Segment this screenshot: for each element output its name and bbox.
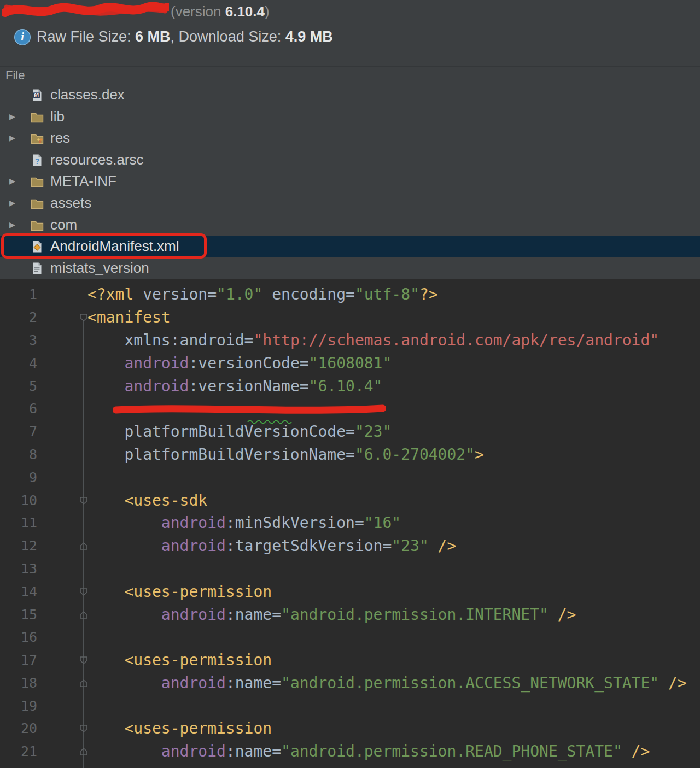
version-suffix: ) [265, 3, 270, 20]
line-number: 14 [0, 581, 37, 603]
code-text: android:targetSdkVersion="23" /> [88, 535, 456, 558]
code-line-1[interactable]: 1<?xml version="1.0" encoding="utf-8"?> [0, 283, 700, 306]
line-number: 20 [0, 717, 37, 740]
expand-arrow-icon[interactable]: ▶ [9, 214, 15, 236]
gutter-fold-column [37, 420, 88, 443]
apk-header: (version 6.10.4) i Raw File Size: 6 MB, … [0, 0, 700, 67]
code-line-17[interactable]: 17 <uses-permission [0, 649, 700, 672]
fold-end-icon[interactable] [79, 611, 88, 619]
tree-item-mistats-version[interactable]: mistats_version [0, 257, 700, 279]
code-line-7[interactable]: 7 platformBuildVersionCode="23" [0, 420, 700, 443]
code-line-9[interactable]: 9 [0, 466, 700, 489]
info-icon: i [14, 29, 31, 45]
line-number: 17 [0, 649, 37, 672]
version-prefix: (version [171, 3, 225, 20]
line-number: 9 [0, 466, 37, 489]
gutter-fold-column [37, 375, 88, 398]
fold-end-icon[interactable] [79, 542, 88, 550]
file-size-text: Raw File Size: 6 MB, Download Size: 4.9 … [37, 28, 333, 45]
tree-item-label: com [50, 214, 77, 236]
code-line-2[interactable]: 2<manifest [0, 306, 700, 329]
fold-start-icon[interactable] [79, 496, 88, 505]
line-number: 12 [0, 535, 37, 558]
code-text: platformBuildVersionCode="23" [88, 420, 392, 443]
download-size-value: 4.9 MB [285, 28, 333, 45]
fold-start-icon[interactable] [79, 588, 88, 596]
apk-version: (version 6.10.4) [171, 3, 270, 20]
code-text: <uses-permission [88, 717, 272, 740]
code-editor[interactable]: 1<?xml version="1.0" encoding="utf-8"?>2… [0, 279, 700, 768]
code-line-14[interactable]: 14 <uses-permission [0, 581, 700, 603]
tree-item-androidmanifest-xml[interactable]: AndroidManifest.xml [0, 236, 700, 257]
expand-arrow-icon[interactable]: ▶ [9, 192, 15, 214]
tree-item-res[interactable]: ▶res [0, 127, 700, 149]
fold-end-icon[interactable] [79, 747, 88, 756]
tree-item-lib[interactable]: ▶lib [0, 106, 700, 128]
tree-item-label: AndroidManifest.xml [50, 236, 179, 257]
gutter-fold-column [37, 443, 88, 466]
code-line-6[interactable]: 6 [0, 397, 700, 420]
gutter-fold-column [37, 397, 88, 420]
tree-item-label: resources.arsc [50, 149, 144, 171]
raw-size-value: 6 MB [135, 28, 171, 45]
folder-icon [30, 110, 44, 124]
code-line-16[interactable]: 16 [0, 626, 700, 649]
tree-item-meta-inf[interactable]: ▶META-INF [0, 171, 700, 192]
folder-icon [30, 218, 44, 232]
code-text: android:minSdkVersion="16" [88, 512, 401, 535]
gutter-fold-column [37, 352, 88, 375]
download-size-label: , Download Size: [171, 28, 285, 45]
raw-size-label: Raw File Size: [37, 28, 135, 45]
tree-item-resources-arsc[interactable]: ?resources.arsc [0, 149, 700, 171]
gutter-fold-column [37, 717, 88, 740]
fold-start-icon[interactable] [79, 313, 88, 322]
expand-arrow-icon[interactable]: ▶ [9, 127, 15, 149]
code-line-10[interactable]: 10 <uses-sdk [0, 489, 700, 512]
code-line-12[interactable]: 12 android:targetSdkVersion="23" /> [0, 535, 700, 558]
code-line-13[interactable]: 13 [0, 558, 700, 581]
fold-start-icon[interactable] [79, 724, 88, 733]
fold-start-icon[interactable] [79, 656, 88, 665]
line-number: 21 [0, 740, 37, 763]
line-number: 16 [0, 626, 37, 649]
tree-item-classes-dex[interactable]: 01classes.dex [0, 84, 700, 106]
tree-item-label: assets [50, 192, 91, 214]
gutter-fold-column [37, 626, 88, 649]
line-number: 19 [0, 695, 37, 718]
code-text: platformBuildVersionName="6.0-2704002"> [88, 443, 484, 466]
code-line-3[interactable]: 3 xmlns:android="http://schemas.android.… [0, 329, 700, 352]
annotation-redaction-marker [113, 403, 386, 418]
expand-arrow-icon[interactable]: ▶ [9, 106, 15, 128]
annotation-redaction-scribble [2, 0, 169, 22]
line-number: 10 [0, 489, 37, 512]
code-text: android:name="android.permission.INTERNE… [88, 603, 576, 626]
gutter-fold-column [37, 535, 88, 558]
text-file-icon [30, 261, 44, 275]
tree-item-label: classes.dex [50, 84, 125, 106]
version-number: 6.10.4 [225, 3, 265, 20]
code-text: <manifest [88, 306, 171, 329]
apk-title-row: (version 6.10.4) [0, 0, 700, 23]
code-line-8[interactable]: 8 platformBuildVersionName="6.0-2704002"… [0, 443, 700, 466]
code-line-20[interactable]: 20 <uses-permission [0, 717, 700, 740]
fold-end-icon[interactable] [79, 679, 88, 688]
code-line-15[interactable]: 15 android:name="android.permission.INTE… [0, 603, 700, 626]
code-line-5[interactable]: 5 android:versionName="6.10.4" [0, 375, 700, 398]
tree-item-com[interactable]: ▶com [0, 214, 700, 236]
expand-arrow-icon[interactable]: ▶ [9, 171, 15, 192]
code-line-11[interactable]: 11 android:minSdkVersion="16" [0, 512, 700, 535]
code-line-21[interactable]: 21 android:name="android.permission.READ… [0, 740, 700, 763]
code-line-4[interactable]: 4 android:versionCode="1608081" [0, 352, 700, 375]
gutter-fold-column [37, 672, 88, 695]
gutter-fold-column [37, 740, 88, 763]
code-line-19[interactable]: 19 [0, 695, 700, 718]
line-number: 1 [0, 283, 37, 306]
code-text: android:name="android.permission.READ_PH… [88, 740, 650, 763]
gutter-fold-column [37, 695, 88, 718]
svg-text:?: ? [35, 156, 40, 165]
manifest-file-icon [30, 239, 44, 254]
tree-item-assets[interactable]: ▶assets [0, 192, 700, 214]
folder-icon [30, 196, 44, 210]
code-line-18[interactable]: 18 android:name="android.permission.ACCE… [0, 672, 700, 695]
code-text: android:name="android.permission.ACCESS_… [88, 672, 687, 695]
